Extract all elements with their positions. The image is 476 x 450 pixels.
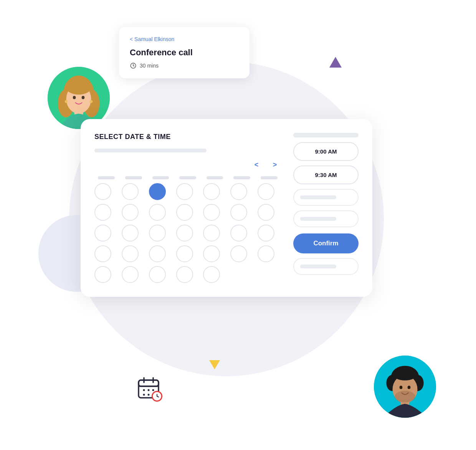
cal-day-21[interactable] [258, 225, 274, 242]
cal-day-5[interactable] [203, 183, 220, 200]
time-skeleton-slot-3 [293, 258, 359, 275]
svg-point-19 [408, 386, 411, 389]
cal-day-9[interactable] [122, 204, 139, 221]
cal-day-28[interactable] [258, 245, 274, 262]
section-title: SELECT DATE & TIME [94, 133, 281, 141]
cal-day-18[interactable] [176, 225, 193, 242]
cal-day-24[interactable] [149, 245, 166, 262]
cal-day-13[interactable] [230, 204, 247, 221]
day-header-3 [176, 176, 200, 179]
cal-day-29[interactable] [94, 266, 111, 283]
time-skeleton-inner-2 [300, 217, 336, 221]
skeleton-month-bar [94, 149, 207, 152]
event-duration: 30 mins [130, 62, 239, 69]
cal-day-22[interactable] [94, 245, 111, 262]
calendar-icon-container [136, 375, 164, 404]
cal-day-11[interactable] [176, 204, 193, 221]
triangle-yellow-decoration [209, 360, 220, 369]
cal-day-25[interactable] [176, 245, 193, 262]
time-slot-930[interactable]: 9:30 AM [293, 165, 359, 184]
cal-day-33[interactable] [203, 266, 220, 283]
time-slot-900[interactable]: 9:00 AM [293, 142, 359, 161]
day-header-4 [203, 176, 227, 179]
cal-day-30[interactable] [122, 266, 139, 283]
time-skeleton-inner-3 [300, 265, 336, 268]
scheduling-card: SELECT DATE & TIME < > [81, 119, 372, 297]
time-skeleton-slot-1 [293, 189, 359, 206]
cal-day-12[interactable] [203, 204, 220, 221]
time-section: 9:00 AM 9:30 AM Confirm [293, 133, 359, 283]
time-skeleton-inner-1 [300, 195, 336, 199]
svg-point-10 [90, 100, 93, 103]
cal-day-27[interactable] [230, 245, 247, 262]
cal-day-7[interactable] [258, 183, 274, 200]
time-skeleton-slot-2 [293, 210, 359, 227]
cal-day-17[interactable] [149, 225, 166, 242]
cal-day-4[interactable] [176, 183, 193, 200]
cal-day-8[interactable] [94, 204, 111, 221]
svg-point-7 [82, 96, 85, 99]
svg-point-18 [400, 386, 403, 389]
svg-point-30 [143, 394, 145, 396]
next-month-button[interactable]: > [269, 159, 281, 171]
svg-point-27 [143, 389, 145, 391]
svg-point-6 [73, 96, 76, 99]
time-skeleton-top [293, 133, 359, 137]
cal-day-empty-1 [230, 266, 247, 283]
day-header-0 [94, 176, 119, 179]
cal-day-14[interactable] [258, 204, 274, 221]
cal-day-1[interactable] [94, 183, 111, 200]
cal-day-3-selected[interactable] [149, 183, 166, 200]
cal-day-6[interactable] [230, 183, 247, 200]
avatar-male [372, 354, 438, 419]
cal-day-23[interactable] [122, 245, 139, 262]
prev-month-button[interactable]: < [250, 159, 263, 171]
cal-day-26[interactable] [203, 245, 220, 262]
back-link[interactable]: < Samual Elkinson [130, 36, 239, 42]
day-header-1 [122, 176, 146, 179]
cal-day-10[interactable] [149, 204, 166, 221]
cal-day-32[interactable] [176, 266, 193, 283]
day-header-6 [257, 176, 281, 179]
duration-text: 30 mins [140, 63, 159, 69]
calendar-grid [94, 183, 281, 283]
cal-day-empty-2 [258, 266, 274, 283]
event-title: Conference call [130, 48, 239, 58]
svg-point-17 [395, 390, 415, 402]
triangle-purple-decoration [329, 57, 342, 68]
cal-day-19[interactable] [203, 225, 220, 242]
info-card: < Samual Elkinson Conference call 30 min… [119, 27, 250, 78]
confirm-button[interactable]: Confirm [293, 233, 359, 253]
cal-day-16[interactable] [122, 225, 139, 242]
svg-point-31 [148, 394, 150, 396]
svg-point-29 [152, 389, 154, 391]
cal-day-15[interactable] [94, 225, 111, 242]
day-header-2 [149, 176, 173, 179]
day-header-5 [230, 176, 254, 179]
svg-point-28 [148, 389, 150, 391]
cal-day-2[interactable] [122, 183, 139, 200]
calendar-section: SELECT DATE & TIME < > [94, 133, 281, 283]
calendar-nav: < > [94, 159, 281, 171]
svg-point-9 [65, 100, 68, 103]
svg-rect-23 [139, 380, 159, 386]
clock-icon [130, 62, 137, 69]
cal-day-20[interactable] [230, 225, 247, 242]
cal-day-31[interactable] [149, 266, 166, 283]
day-headers [94, 176, 281, 179]
svg-point-8 [66, 78, 92, 94]
calendar-with-clock-icon [136, 375, 164, 402]
